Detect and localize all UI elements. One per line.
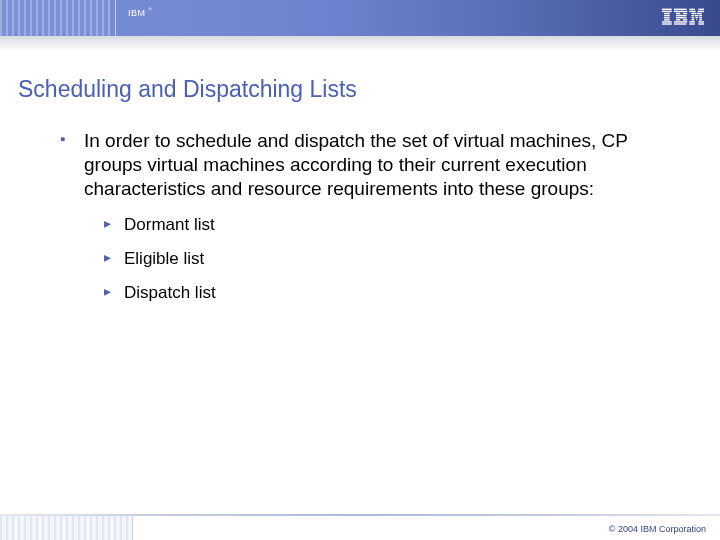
svg-rect-19 <box>698 9 704 10</box>
footer-divider <box>132 516 133 540</box>
svg-rect-2 <box>664 13 670 14</box>
svg-rect-8 <box>674 9 687 10</box>
svg-rect-5 <box>664 19 670 20</box>
svg-rect-17 <box>674 23 687 24</box>
svg-rect-3 <box>664 15 670 16</box>
svg-rect-4 <box>664 17 670 18</box>
svg-rect-36 <box>698 23 704 24</box>
slide-title: Scheduling and Dispatching Lists <box>18 76 702 103</box>
svg-rect-10 <box>676 13 680 14</box>
footer-stripes <box>0 516 132 540</box>
svg-rect-26 <box>699 15 702 16</box>
svg-rect-14 <box>676 19 680 20</box>
bullet-intro: In order to schedule and dispatch the se… <box>46 129 646 200</box>
svg-rect-9 <box>674 11 687 12</box>
svg-rect-13 <box>676 17 687 18</box>
svg-rect-27 <box>691 17 694 18</box>
ibm-logo-icon <box>662 8 704 26</box>
svg-rect-20 <box>689 11 695 12</box>
svg-rect-35 <box>689 23 695 24</box>
svg-rect-32 <box>699 19 702 20</box>
svg-rect-28 <box>696 17 698 18</box>
footer: © 2004 IBM Corporation <box>0 510 720 540</box>
svg-rect-11 <box>683 13 687 14</box>
sub-bullet: Dispatch list <box>98 282 702 304</box>
header-divider <box>115 0 116 36</box>
svg-rect-21 <box>698 11 704 12</box>
slide: IBM ^ <box>0 0 720 540</box>
svg-rect-30 <box>691 19 694 20</box>
svg-rect-1 <box>662 11 672 12</box>
header-shadow <box>0 36 720 52</box>
svg-rect-29 <box>699 17 702 18</box>
svg-rect-31 <box>696 19 697 20</box>
svg-rect-24 <box>691 15 694 16</box>
svg-rect-0 <box>662 9 672 10</box>
svg-rect-25 <box>695 15 699 16</box>
slide-body: In order to schedule and dispatch the se… <box>18 129 702 305</box>
svg-rect-6 <box>662 21 672 22</box>
svg-rect-12 <box>676 15 687 16</box>
content-area: Scheduling and Dispatching Lists In orde… <box>0 52 720 540</box>
sub-bullet: Eligible list <box>98 248 702 270</box>
svg-rect-34 <box>698 21 704 22</box>
svg-rect-23 <box>697 13 702 14</box>
svg-rect-33 <box>689 21 695 22</box>
svg-rect-18 <box>689 9 695 10</box>
svg-rect-7 <box>662 23 672 24</box>
header-bar: IBM ^ <box>0 0 720 36</box>
header-brand-small: IBM ^ <box>128 6 152 18</box>
sub-bullet: Dormant list <box>98 214 702 236</box>
svg-rect-15 <box>683 19 687 20</box>
copyright-text: © 2004 IBM Corporation <box>609 524 706 534</box>
brand-text: IBM <box>128 8 146 18</box>
svg-rect-16 <box>674 21 687 22</box>
svg-rect-22 <box>691 13 696 14</box>
brand-caret: ^ <box>149 6 153 13</box>
